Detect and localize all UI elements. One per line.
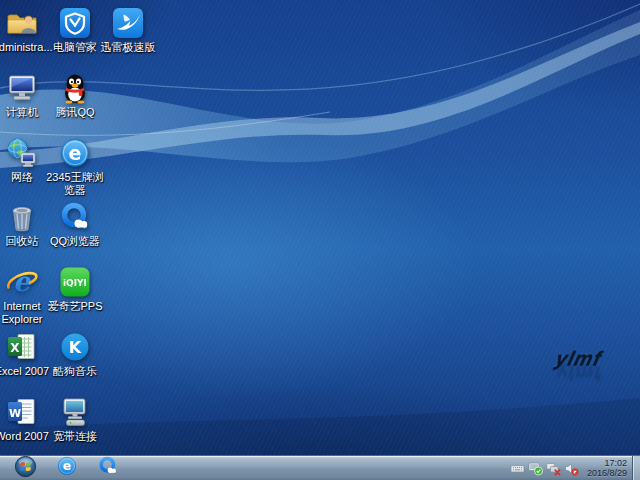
qq-browser-icon — [97, 455, 119, 480]
ylmf-watermark-text: ylmf — [532, 349, 626, 367]
svg-text:e: e — [13, 266, 32, 297]
svg-text:X: X — [10, 341, 20, 355]
svg-text:W: W — [9, 406, 21, 419]
iqiyi-icon: iQIYI — [58, 265, 92, 299]
svg-text:iQIYI: iQIYI — [63, 278, 87, 288]
monitor-check-icon[interactable] — [528, 461, 543, 476]
svg-text:e: e — [63, 459, 71, 473]
user-folder-icon — [5, 6, 39, 40]
tray-date: 2016/8/29 — [587, 468, 627, 478]
tray-time: 17:02 — [587, 458, 627, 468]
network-globe-icon — [5, 136, 39, 170]
desktop-icon-thunder[interactable]: 迅雷极速版 — [97, 6, 159, 54]
desktop-icon-label: 迅雷极速版 — [97, 41, 159, 54]
desktop-icon-broadband[interactable]: 宽带连接 — [44, 395, 106, 443]
tray-icons — [507, 461, 579, 476]
desktop-icon-label: 宽带连接 — [44, 430, 106, 443]
recycle-bin-icon — [5, 200, 39, 234]
desktop-icon-qq-browser[interactable]: QQ浏览器 — [44, 200, 106, 248]
word-icon: W — [5, 395, 39, 429]
network-offline-icon[interactable] — [546, 461, 561, 476]
clock[interactable]: 17:02 2016/8/29 — [587, 458, 627, 478]
ie-icon: e — [5, 265, 39, 299]
taskbar-button-qq-browser[interactable] — [95, 456, 121, 480]
desktop-icon-tencent-qq[interactable]: 腾讯QQ — [44, 71, 106, 119]
keyboard-icon[interactable] — [510, 461, 525, 476]
system-tray: 17:02 2016/8/29 — [507, 456, 640, 480]
desktop-icon-label: 爱奇艺PPS — [44, 300, 106, 313]
qq-penguin-icon — [58, 71, 92, 105]
ylmf-watermark: ylmf ylmf — [534, 349, 624, 382]
shield-icon — [58, 6, 92, 40]
taskbar-pinned-buttons: e — [54, 456, 121, 480]
broadband-icon — [58, 395, 92, 429]
desktop-icon-2345-browser[interactable]: e2345王牌浏览器 — [44, 136, 106, 197]
ylmf-watermark-reflection: ylmf — [532, 364, 626, 382]
desktop-icon-label: QQ浏览器 — [44, 235, 106, 248]
desktop-icon-iqiyi-pps[interactable]: iQIYI爱奇艺PPS — [44, 265, 106, 313]
taskbar-button-2345-browser[interactable]: e — [54, 456, 80, 480]
browser-e-icon: e — [56, 455, 78, 480]
show-desktop-button[interactable] — [632, 456, 640, 480]
computer-icon — [5, 71, 39, 105]
volume-muted-icon[interactable] — [564, 461, 579, 476]
start-button[interactable] — [12, 456, 38, 480]
desktop-icon-label: 腾讯QQ — [44, 106, 106, 119]
svg-text:K: K — [69, 338, 82, 357]
desktop-icon-label: 2345王牌浏览器 — [44, 171, 106, 197]
excel-icon: X — [5, 330, 39, 364]
browser-e-icon: e — [58, 136, 92, 170]
svg-text:e: e — [69, 141, 82, 163]
qq-browser-icon — [58, 200, 92, 234]
taskbar: e 17:02 2016/8/29 — [0, 455, 640, 480]
thunder-bird-icon — [111, 6, 145, 40]
desktop-icon-label: 酷狗音乐 — [44, 365, 106, 378]
desktop-icon-kugou-music[interactable]: K酷狗音乐 — [44, 330, 106, 378]
windows-orb-icon — [14, 455, 37, 480]
desktop: ylmf ylmf Administra... 电脑管家 迅雷极速版 计算机 腾… — [0, 0, 640, 480]
kugou-icon: K — [58, 330, 92, 364]
